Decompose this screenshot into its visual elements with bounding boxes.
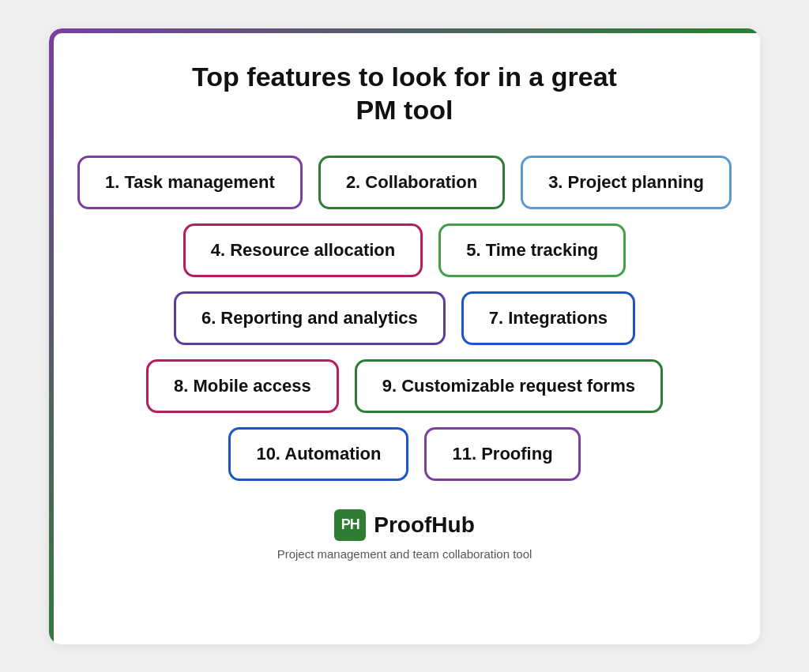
features-row-4: 8. Mobile access 9. Customizable request… (146, 359, 663, 413)
features-row-2: 4. Resource allocation 5. Time tracking (183, 223, 627, 277)
feature-badge-7: 7. Integrations (461, 291, 635, 345)
branding-section: PH ProofHub Project management and team … (88, 509, 721, 561)
feature-badge-8: 8. Mobile access (146, 359, 339, 413)
features-row-3: 6. Reporting and analytics 7. Integratio… (174, 291, 635, 345)
features-row-5: 10. Automation 11. Proofing (228, 427, 580, 481)
feature-badge-6: 6. Reporting and analytics (174, 291, 446, 345)
feature-badge-4: 4. Resource allocation (183, 223, 423, 277)
brand-name: ProofHub (374, 512, 475, 538)
feature-badge-3: 3. Project planning (521, 156, 732, 209)
brand-row: PH ProofHub (334, 509, 475, 541)
brand-tagline: Project management and team collaboratio… (277, 547, 532, 561)
feature-badge-2: 2. Collaboration (318, 156, 505, 209)
page-title: Top features to look for in a great PM t… (88, 60, 721, 127)
feature-badge-1: 1. Task management (77, 156, 303, 209)
feature-badge-11: 11. Proofing (424, 427, 580, 481)
ph-logo: PH (334, 509, 366, 541)
feature-badge-10: 10. Automation (228, 427, 408, 481)
features-row-1: 1. Task management 2. Collaboration 3. P… (77, 156, 732, 209)
feature-badge-5: 5. Time tracking (438, 223, 626, 277)
main-card: Top features to look for in a great PM t… (49, 28, 760, 644)
feature-badge-9: 9. Customizable request forms (355, 359, 663, 413)
features-grid: 1. Task management 2. Collaboration 3. P… (88, 156, 721, 481)
